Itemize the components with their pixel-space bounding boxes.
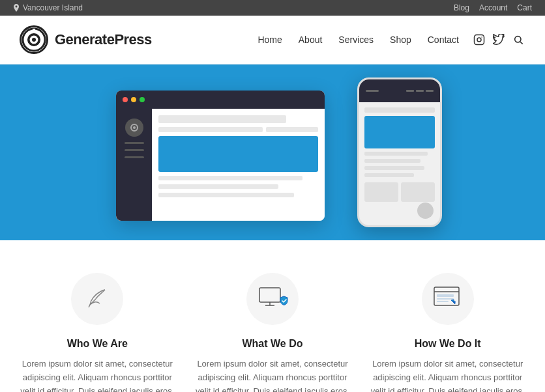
account-link[interactable]: Account [479, 3, 507, 12]
monitor-shield-icon [256, 286, 289, 312]
svg-rect-11 [259, 288, 280, 302]
cart-link[interactable]: Cart [517, 3, 532, 12]
svg-point-6 [481, 36, 482, 38]
svg-point-1 [29, 35, 39, 45]
search-icon[interactable] [511, 33, 525, 47]
svg-line-8 [520, 42, 523, 44]
logo-icon [20, 25, 48, 54]
features-section: Who We Are Lorem ipsum dolor sit amet, c… [0, 240, 545, 392]
feature-text-3: Lorem ipsum dolor sit amet, consectetur … [370, 357, 525, 392]
nav-social-icons [472, 33, 525, 47]
nav-services[interactable]: Services [332, 31, 380, 48]
logo-text: GeneratePress [55, 31, 152, 48]
location-text: Vancouver Island [23, 3, 83, 12]
svg-rect-4 [475, 35, 484, 45]
feature-how-we-do-it: How We Do It Lorem ipsum dolor sit amet,… [370, 273, 525, 392]
svg-rect-16 [437, 294, 454, 297]
svg-rect-17 [437, 298, 454, 300]
nav-shop[interactable]: Shop [383, 31, 418, 48]
nav-contact[interactable]: Contact [421, 31, 465, 48]
features-grid: Who We Are Lorem ipsum dolor sit amet, c… [20, 273, 525, 392]
feature-title-2: What We Do [195, 338, 351, 350]
hero-section [0, 64, 545, 240]
top-bar: Vancouver Island Blog Account Cart [0, 0, 545, 16]
svg-point-5 [477, 38, 481, 42]
svg-point-7 [515, 36, 521, 42]
feather-icon [84, 286, 110, 312]
nav-home[interactable]: Home [251, 31, 288, 48]
feature-title-3: How We Do It [370, 338, 525, 350]
site-header: GeneratePress Home About Services Shop C… [0, 16, 545, 64]
logo[interactable]: GeneratePress [20, 25, 152, 54]
feature-who-we-are: Who We Are Lorem ipsum dolor sit amet, c… [20, 273, 175, 392]
blog-link[interactable]: Blog [454, 3, 469, 12]
feature-text-1: Lorem ipsum dolor sit amet, consectetur … [20, 357, 175, 392]
feature-icon-wrap-2 [246, 273, 299, 325]
pin-icon [13, 4, 20, 12]
browser-mockup [116, 91, 325, 221]
twitter-icon[interactable] [492, 33, 506, 47]
browser-cursor-icon [432, 286, 464, 312]
feature-what-we-do: What We Do Lorem ipsum dolor sit amet, c… [195, 273, 351, 392]
top-bar-links: Blog Account Cart [454, 3, 532, 12]
phone-mockup [357, 77, 442, 227]
feature-icon-wrap-1 [71, 273, 123, 325]
svg-rect-18 [437, 301, 449, 302]
nav-about[interactable]: About [292, 31, 329, 48]
main-nav: Home About Services Shop Contact [251, 31, 525, 48]
instagram-icon[interactable] [472, 33, 486, 47]
svg-point-10 [133, 126, 136, 129]
feature-title-1: Who We Are [20, 338, 175, 350]
feature-text-2: Lorem ipsum dolor sit amet, consectetur … [195, 357, 351, 392]
top-bar-location: Vancouver Island [13, 3, 83, 12]
feature-icon-wrap-3 [422, 273, 474, 325]
hero-visual [77, 71, 468, 234]
svg-point-3 [32, 38, 36, 42]
